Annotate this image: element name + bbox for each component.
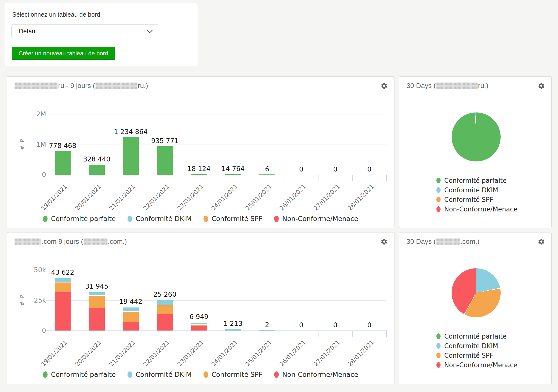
legend-item[interactable]: Non-Conforme/Menace [274, 215, 358, 222]
bar-segment [157, 305, 173, 314]
x-axis-tick [216, 331, 216, 337]
x-tick-label: 26/01/2021 [274, 183, 307, 216]
x-tick-label: 28/01/2021 [342, 339, 375, 371]
legend-item[interactable]: Non-Conforme/Menace [436, 360, 517, 370]
legend-item[interactable]: Conformité DKIM [127, 215, 191, 222]
bar-segment [55, 151, 71, 175]
chart-legend: Conformité parfaiteConformité DKIMConfor… [7, 215, 394, 222]
legend-item[interactable]: Conformité SPF [436, 195, 517, 204]
bar-value-label: 0 [341, 165, 398, 173]
legend-item[interactable]: Conformité parfaite [43, 371, 116, 378]
chart-legend: Conformité parfaiteConformité DKIMConfor… [436, 331, 517, 370]
bar-value-label: 0 [341, 321, 398, 329]
x-axis-tick [386, 175, 387, 181]
x-axis-tick [148, 175, 148, 181]
legend-label: Non-Conforme/Menace [282, 215, 358, 222]
legend-item[interactable]: Non-Conforme/Menace [436, 204, 517, 214]
bar-segment [123, 137, 139, 175]
legend-label: Conformité parfaite [51, 215, 116, 222]
x-axis-tick [352, 175, 353, 181]
bar-segment [89, 292, 105, 295]
pie-chart [452, 112, 501, 161]
legend-marker-icon [203, 371, 208, 378]
x-axis-line [46, 175, 387, 175]
legend-item[interactable]: Conformité parfaite [436, 331, 517, 341]
chart-legend: Conformité parfaiteConformité DKIMConfor… [436, 176, 517, 214]
legend-item[interactable]: Conformité DKIM [127, 371, 191, 378]
legend-marker-icon [127, 371, 132, 378]
legend-marker-icon [436, 362, 441, 368]
legend-item[interactable]: Non-Conforme/Menace [274, 371, 358, 378]
legend-label: Conformité DKIM [444, 186, 498, 194]
x-tick-label: 27/01/2021 [308, 339, 341, 371]
bar-value-label: 1 234 864 [103, 128, 159, 135]
x-tick-label: 26/01/2021 [274, 339, 307, 371]
chevron-down-icon [147, 28, 153, 33]
legend-label: Conformité SPF [212, 371, 263, 378]
pie-chart [452, 268, 501, 317]
x-axis-tick [284, 331, 284, 337]
panel-bar-com: .com 9 jours (.com.) # IP50k25k043 62219… [7, 232, 394, 384]
dashboard-selector-card: Sélectionnez un tableau de bord Défaut C… [4, 3, 198, 66]
legend-item[interactable]: Conformité DKIM [436, 185, 517, 195]
bar-value-label: 19 442 [103, 298, 159, 305]
x-axis-tick [182, 331, 182, 337]
gridline [46, 114, 386, 114]
gridline [46, 145, 386, 145]
legend-item[interactable]: Conformité parfaite [43, 215, 116, 222]
legend-label: Conformité parfaite [444, 177, 507, 184]
x-tick-label: 21/01/2021 [104, 183, 137, 216]
bar-segment [123, 322, 139, 331]
bar-chart-ru: # IP2M1M0778 46819/01/2021328 44020/01/2… [7, 77, 394, 228]
legend-item[interactable]: Conformité DKIM [436, 341, 517, 351]
bar-segment [89, 165, 105, 175]
bar-segment [157, 314, 173, 331]
x-axis-tick [148, 331, 148, 337]
legend-marker-icon [43, 216, 48, 222]
x-axis-tick [114, 331, 114, 337]
legend-item[interactable]: Conformité SPF [203, 215, 263, 222]
y-tick-label: 0 [12, 327, 46, 334]
x-tick-label: 19/01/2021 [36, 339, 68, 371]
x-tick-label: 22/01/2021 [138, 339, 171, 371]
legend-item[interactable]: Conformité SPF [436, 351, 517, 360]
legend-item[interactable]: Conformité parfaite [436, 176, 517, 185]
bar-segment [157, 300, 173, 305]
legend-label: Conformité parfaite [51, 371, 116, 378]
x-tick-label: 24/01/2021 [206, 339, 239, 371]
bar-segment [259, 330, 275, 331]
legend-marker-icon [436, 353, 441, 358]
bar-value-label: 25 260 [137, 291, 193, 298]
x-tick-label: 19/01/2021 [36, 183, 68, 216]
x-axis-tick [250, 175, 250, 181]
bar-value-label: 31 945 [69, 282, 125, 290]
legend-label: Conformité parfaite [444, 333, 507, 340]
selector-label: Sélectionnez un tableau de bord [12, 11, 100, 18]
bar-segment [157, 146, 173, 175]
y-tick-label: 0 [12, 171, 46, 178]
bar-segment [89, 308, 105, 331]
x-tick-label: 24/01/2021 [206, 183, 239, 216]
x-tick-label: 28/01/2021 [342, 183, 375, 216]
x-tick-label: 20/01/2021 [70, 339, 102, 371]
legend-label: Conformité SPF [444, 352, 493, 359]
x-axis-tick [46, 175, 46, 181]
create-dashboard-button[interactable]: Créer un nouveau tableau de bord [12, 47, 115, 60]
bar-segment [123, 311, 139, 322]
y-tick-label: 25k [12, 296, 46, 304]
panel-pie-ru: 30 Days (ru.) Conformité parfaiteConform… [399, 76, 552, 228]
dashboard-select[interactable]: Défaut [11, 24, 158, 38]
x-axis-tick [318, 331, 318, 337]
x-tick-label: 25/01/2021 [240, 183, 273, 216]
panel-bar-ru: ru - 9 jours (ru.) # IP2M1M0778 46819/01… [7, 76, 394, 228]
x-tick-label: 23/01/2021 [172, 183, 205, 216]
x-axis-tick [80, 331, 80, 337]
bar-value-label: 6 949 [171, 313, 227, 320]
bar-segment [55, 278, 71, 282]
y-tick-label: 2M [12, 110, 46, 118]
x-tick-label: 21/01/2021 [104, 339, 137, 371]
legend-item[interactable]: Conformité SPF [203, 371, 263, 378]
legend-marker-icon [436, 206, 441, 212]
legend-marker-icon [436, 187, 441, 193]
bar-value-label: 43 622 [35, 269, 91, 276]
